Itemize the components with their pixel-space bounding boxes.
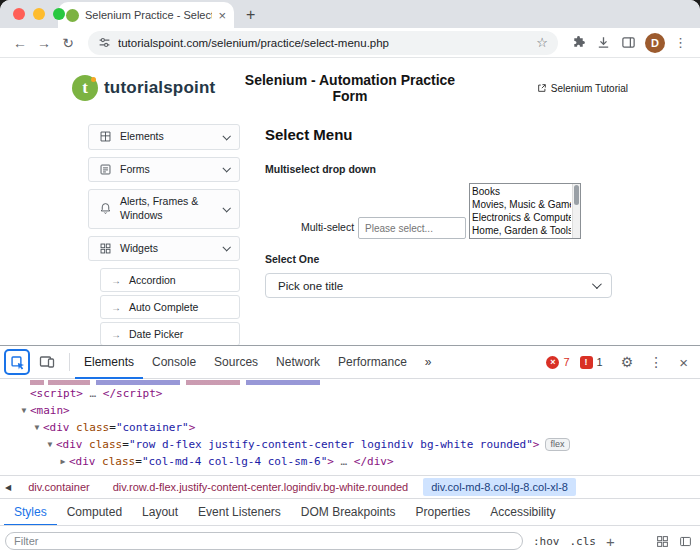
devtools-status-badges: × 7 ! 1 ⚙ ⋮ × — [546, 354, 694, 371]
new-tab-button[interactable]: + — [246, 7, 255, 23]
multiselect-group-label: Multiselect drop down — [265, 163, 612, 175]
listbox-option[interactable]: Electronics & Computers — [472, 211, 571, 224]
subtab-styles[interactable]: Styles — [4, 499, 57, 526]
page-title: Selenium - Automation Practice Form — [240, 72, 460, 104]
flex-badge[interactable]: flex — [545, 438, 569, 451]
devtools-tab-sources[interactable]: Sources — [205, 346, 267, 379]
site-logo[interactable]: t tutorialspoint — [72, 75, 240, 101]
error-count[interactable]: 7 — [563, 356, 569, 368]
arrow-right-icon: → — [111, 275, 121, 286]
more-tabs-icon[interactable]: » — [416, 346, 441, 379]
expand-ellipsis[interactable]: … — [83, 387, 103, 400]
browser-menu-icon[interactable]: ⋮ — [669, 35, 692, 50]
site-info-icon[interactable] — [98, 36, 111, 49]
dom-node-row[interactable]: ▼<div class="row d-flex justify-content-… — [0, 436, 700, 453]
toggle-element-state-button[interactable]: :hov — [533, 535, 560, 548]
devtools-tab-console[interactable]: Console — [143, 346, 205, 379]
multi-select-label: Multi-select — [301, 221, 354, 233]
url-text[interactable]: tutorialspoint.com/selenium/practice/sel… — [118, 37, 529, 49]
arrow-right-icon: → — [111, 302, 121, 313]
devtools-tab-performance[interactable]: Performance — [329, 346, 416, 379]
forward-icon[interactable]: → — [32, 35, 56, 51]
downloads-icon[interactable] — [591, 35, 616, 50]
sidebar-item-forms[interactable]: Forms — [88, 157, 240, 183]
issues-icon[interactable]: ! — [580, 356, 593, 369]
sidebar-subitem-auto-complete[interactable]: → Auto Complete — [100, 295, 240, 319]
subtab-computed[interactable]: Computed — [57, 499, 132, 526]
collapse-arrow-icon[interactable]: ▼ — [31, 419, 43, 436]
dom-node-script[interactable]: <script> … </script> — [0, 385, 700, 402]
dom-node-col[interactable]: ▶<div class="col-md-4 col-lg-4 col-sm-6"… — [0, 453, 700, 470]
pick-one-title-select[interactable]: Pick one title — [265, 273, 612, 298]
inspect-element-button[interactable] — [4, 349, 30, 375]
device-toolbar-icon[interactable] — [34, 354, 60, 370]
address-bar[interactable]: tutorialspoint.com/selenium/practice/sel… — [88, 31, 558, 55]
devtools-tab-network[interactable]: Network — [267, 346, 329, 379]
devtools-close-icon[interactable]: × — [673, 354, 694, 371]
breadcrumb-selected-col[interactable]: div.col-md-8.col-lg-8.col-xl-8 — [423, 478, 576, 496]
breadcrumb-row[interactable]: div.row.d-flex.justify-content-center.lo… — [105, 478, 417, 496]
multiselect-row: Multi-select Books Movies, Music & Games… — [265, 183, 612, 239]
sidebar-subitem-date-picker[interactable]: → Date Picker — [100, 322, 240, 345]
toggle-classes-button[interactable]: .cls — [570, 535, 597, 548]
tab-close-icon[interactable]: × — [218, 9, 226, 22]
listbox-scrollbar[interactable] — [572, 184, 580, 238]
selenium-tutorial-link[interactable]: Selenium Tutorial — [460, 83, 628, 94]
listbox-option[interactable]: Movies, Music & Games — [472, 198, 571, 211]
minimize-window-button[interactable] — [33, 8, 45, 20]
sidebar-item-elements[interactable]: Elements — [88, 124, 240, 150]
browser-tab[interactable]: Selenium Practice - Select M × — [58, 2, 234, 28]
page-content: Elements Forms Alerts, Frames & Windows … — [0, 104, 700, 345]
bookmark-star-icon[interactable]: ☆ — [536, 35, 548, 50]
issue-count[interactable]: 1 — [597, 356, 603, 368]
profile-avatar[interactable]: D — [645, 33, 665, 53]
dock-panel-icon[interactable] — [679, 535, 692, 548]
listbox-option[interactable]: Home, Garden & Tools — [472, 224, 571, 237]
close-window-button[interactable] — [13, 8, 25, 20]
expand-ellipsis[interactable]: … — [334, 455, 354, 468]
collapse-arrow-icon[interactable]: ▼ — [44, 436, 56, 453]
breadcrumb-container[interactable]: div.container — [20, 478, 98, 496]
subtab-layout[interactable]: Layout — [132, 499, 188, 526]
devtools-menu-icon[interactable]: ⋮ — [643, 354, 669, 370]
new-style-rule-button[interactable]: + — [606, 534, 615, 549]
subtab-dom-breakpoints[interactable]: DOM Breakpoints — [291, 499, 406, 526]
sidebar-item-label: Alerts, Frames & Windows — [120, 195, 215, 222]
forms-icon — [99, 163, 112, 176]
listbox-option[interactable]: Books — [472, 185, 571, 198]
sidebar-item-widgets[interactable]: Widgets — [88, 236, 240, 262]
back-icon[interactable]: ← — [8, 35, 32, 51]
bell-icon — [99, 202, 112, 215]
grid-editor-icon[interactable] — [656, 535, 669, 548]
subtab-accessibility[interactable]: Accessibility — [480, 499, 565, 526]
devtools-toolbar: Elements Console Sources Network Perform… — [0, 346, 700, 379]
reload-icon[interactable]: ↻ — [56, 35, 80, 51]
dom-node-main[interactable]: ▼<main> — [0, 402, 700, 419]
widgets-icon — [99, 242, 112, 255]
console-errors-icon[interactable]: × — [546, 356, 559, 369]
devtools-settings-gear-icon[interactable]: ⚙ — [615, 354, 640, 370]
subtab-event-listeners[interactable]: Event Listeners — [188, 499, 291, 526]
dom-node-container[interactable]: ▼<div class="container"> — [0, 419, 700, 436]
elements-grid-icon — [99, 130, 112, 143]
sidebar-subitem-label: Auto Complete — [129, 301, 198, 313]
zoom-window-button[interactable] — [53, 8, 65, 20]
tab-favicon-icon — [66, 9, 79, 22]
web-page: t tutorialspoint Selenium - Automation P… — [0, 58, 700, 345]
sidebar-subitem-accordion[interactable]: → Accordion — [100, 268, 240, 292]
collapse-arrow-icon[interactable]: ▼ — [18, 402, 30, 419]
side-panel-icon[interactable] — [616, 35, 641, 50]
select-one-label: Select One — [265, 253, 612, 265]
devtools-tab-elements[interactable]: Elements — [75, 346, 143, 379]
dom-breadcrumbs: ◀ div.container div.row.d-flex.justify-c… — [0, 475, 700, 498]
multiselect-listbox[interactable]: Books Movies, Music & Games Electronics … — [469, 183, 581, 239]
dom-tree: <script> … </script> ▼<main> ▼<div class… — [0, 379, 700, 475]
arrow-right-icon: → — [111, 329, 121, 340]
breadcrumb-scroll-left-icon[interactable]: ◀ — [0, 483, 20, 492]
styles-filter-input[interactable] — [5, 532, 523, 550]
multi-select-input[interactable] — [358, 217, 466, 239]
sidebar-item-alerts-frames-windows[interactable]: Alerts, Frames & Windows — [88, 189, 240, 228]
expand-arrow-icon[interactable]: ▶ — [57, 453, 69, 470]
extensions-puzzle-icon[interactable] — [566, 35, 591, 50]
subtab-properties[interactable]: Properties — [406, 499, 481, 526]
